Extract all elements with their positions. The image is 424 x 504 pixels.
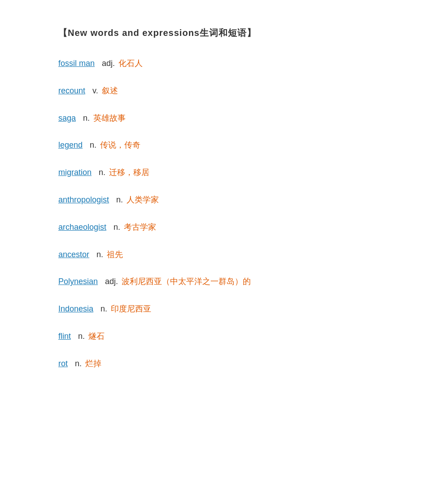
word-link-rot[interactable]: rot <box>58 357 68 370</box>
word-entry: ancestorn.祖先 <box>58 248 379 261</box>
word-definition: 迁移，移居 <box>109 166 149 179</box>
page-container: 【New words and expressions生词和短语】 fossil … <box>0 0 424 412</box>
word-entry: recountv.叙述 <box>58 84 379 97</box>
word-entry: Indonesian.印度尼西亚 <box>58 302 379 316</box>
page-title: 【New words and expressions生词和短语】 <box>58 27 379 39</box>
word-entry: legendn.传说，传奇 <box>58 139 379 152</box>
word-entry: migrationn.迁移，移居 <box>58 166 379 179</box>
word-entry: anthropologistn.人类学家 <box>58 193 379 206</box>
word-pos: n. <box>96 248 103 261</box>
word-pos: v. <box>92 84 98 97</box>
word-entry: fossil manadj.化石人 <box>58 57 379 70</box>
word-link-archaeologist[interactable]: archaeologist <box>58 221 106 234</box>
word-entry: Polynesianadj.波利尼西亚（中太平洋之一群岛）的 <box>58 275 379 288</box>
word-pos: n. <box>75 357 82 370</box>
word-definition: 燧石 <box>88 330 105 343</box>
word-definition: 人类学家 <box>127 193 159 206</box>
word-pos: n. <box>90 139 96 152</box>
word-definition: 印度尼西亚 <box>111 302 151 316</box>
word-link-legend[interactable]: legend <box>58 139 83 152</box>
word-link-indonesia[interactable]: Indonesia <box>58 302 93 316</box>
word-link-migration[interactable]: migration <box>58 166 92 179</box>
word-link-saga[interactable]: saga <box>58 112 76 125</box>
word-definition: 祖先 <box>107 248 123 261</box>
word-link-fossil[interactable]: fossil man <box>58 57 95 70</box>
word-pos: adj. <box>105 275 118 288</box>
word-link-recount[interactable]: recount <box>58 84 85 97</box>
word-definition: 波利尼西亚（中太平洋之一群岛）的 <box>122 275 251 288</box>
word-definition: 烂掉 <box>85 357 101 370</box>
word-pos: adj. <box>102 57 115 70</box>
word-entry: flintn.燧石 <box>58 330 379 343</box>
word-definition: 叙述 <box>102 84 118 97</box>
word-link-polynesian[interactable]: Polynesian <box>58 275 98 288</box>
word-pos: n. <box>116 193 123 206</box>
entries-container: fossil manadj.化石人recountv.叙述sagan.英雄故事le… <box>58 57 379 370</box>
word-entry: rotn.烂掉 <box>58 357 379 370</box>
word-entry: archaeologistn.考古学家 <box>58 221 379 234</box>
word-pos: n. <box>101 302 107 316</box>
word-entry: sagan.英雄故事 <box>58 112 379 125</box>
word-definition: 英雄故事 <box>93 112 126 125</box>
word-link-flint[interactable]: flint <box>58 330 71 343</box>
word-link-anthropologist[interactable]: anthropologist <box>58 193 109 206</box>
word-definition: 化石人 <box>118 57 143 70</box>
word-pos: n. <box>114 221 120 234</box>
word-pos: n. <box>99 166 105 179</box>
word-definition: 考古学家 <box>124 221 156 234</box>
word-pos: n. <box>78 330 85 343</box>
word-link-ancestor[interactable]: ancestor <box>58 248 89 261</box>
word-pos: n. <box>83 112 90 125</box>
word-definition: 传说，传奇 <box>100 139 140 152</box>
